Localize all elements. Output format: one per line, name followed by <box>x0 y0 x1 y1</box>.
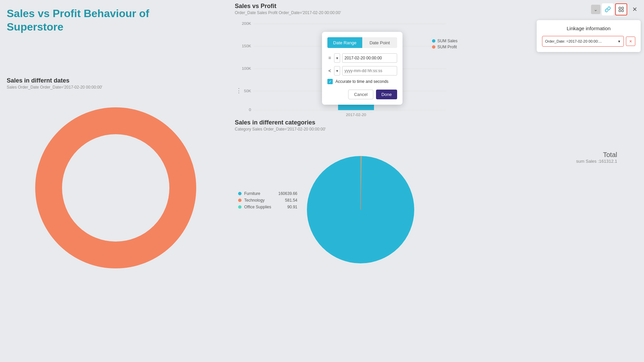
technology-label: Technology <box>244 198 265 203</box>
link-button[interactable] <box>602 3 614 15</box>
tab-date-range[interactable]: Date Range <box>327 37 362 48</box>
sum-profit-dot <box>432 45 435 49</box>
date-input-2[interactable] <box>342 66 397 75</box>
svg-text:100K: 100K <box>242 66 251 70</box>
svg-rect-0 <box>619 7 621 9</box>
office-label: Office Supplies <box>244 205 271 209</box>
modal-row-2: < ▼ <box>327 66 397 75</box>
svg-text:0: 0 <box>249 107 251 112</box>
linkage-panel: Linkage information Order_Date: =2017-02… <box>537 20 641 52</box>
legend-sum-profit: SUM Profit <box>432 45 458 49</box>
sales-vs-profit-title: Sales vs Profit <box>235 3 463 10</box>
total-box: Total sum Sales :161312.1 <box>576 151 617 164</box>
legend-sum-sales: SUM Sales <box>432 39 458 43</box>
main-title-line2: Superstore <box>7 20 149 34</box>
accurate-checkbox[interactable]: ✓ <box>327 79 333 84</box>
svg-text:200K: 200K <box>242 21 251 25</box>
donut-chart-container <box>7 104 225 272</box>
total-value: sum Sales :161312.1 <box>576 159 617 164</box>
dropdown-2[interactable]: ▼ <box>334 66 340 75</box>
office-value: 90.91 <box>274 205 298 209</box>
sales-dates-section: Sales in differnt dates Sales Order_Date… <box>7 77 235 90</box>
sales-dates-title: Sales in differnt dates <box>7 77 235 84</box>
sum-profit-label: SUM Profit <box>437 45 457 49</box>
main-title-line1: Sales vs Profit Behaviour of <box>7 7 149 20</box>
linkage-panel-title: Linkage information <box>542 25 635 31</box>
sales-categories-section: Sales in different categories Category S… <box>235 119 463 132</box>
linkage-filter-close-button[interactable]: × <box>626 37 635 46</box>
svg-text:50K: 50K <box>244 89 251 93</box>
filter-value-text: Order_Date: =2017-02-20 00:00:... <box>545 39 602 43</box>
svg-text:150K: 150K <box>242 44 251 48</box>
technology-value: 581.54 <box>274 198 298 203</box>
sum-sales-label: SUM Sales <box>437 39 458 43</box>
done-button[interactable]: Done <box>376 90 397 99</box>
cat-legend-office: Office Supplies 90.91 <box>238 205 298 209</box>
total-label: Total <box>576 151 617 159</box>
donut-chart-svg <box>35 107 196 268</box>
sales-dates-subtitle: Sales Order_Date Order_Date='2017-02-20 … <box>7 85 235 90</box>
checkbox-label: Accurate to time and seconds <box>335 79 388 84</box>
svg-rect-2 <box>619 10 621 12</box>
furniture-dot <box>238 192 241 195</box>
operator-1: = <box>327 55 332 61</box>
modal-row-1: = ▼ <box>327 53 397 63</box>
svg-text:2017-02-20: 2017-02-20 <box>346 112 366 117</box>
office-dot <box>238 205 241 209</box>
top-toolbar: ⌄ ✕ <box>591 3 641 15</box>
sum-sales-dot <box>432 39 435 43</box>
cancel-button[interactable]: Cancel <box>348 90 373 99</box>
filter-button[interactable] <box>615 3 627 15</box>
modal-checkbox-row: ✓ Accurate to time and seconds <box>327 79 397 84</box>
svg-point-17 <box>79 151 153 225</box>
operator-2: < <box>327 68 332 73</box>
svg-rect-3 <box>622 10 624 12</box>
tab-date-point[interactable]: Date Point <box>362 37 397 48</box>
pie-chart-svg <box>302 151 419 268</box>
chevron-icon[interactable]: ⌄ <box>591 5 600 14</box>
date-input-1[interactable] <box>342 53 397 63</box>
sales-vs-profit-section: Sales vs Profit Order_Date Sales Profit … <box>235 0 463 15</box>
modal-tabs: Date Range Date Point <box>327 37 397 48</box>
sales-vs-profit-subtitle: Order_Date Sales Profit Order_Date='2017… <box>235 10 463 15</box>
bar-chart-legend: SUM Sales SUM Profit <box>432 39 458 49</box>
furniture-label: Furniture <box>244 191 260 196</box>
modal-footer: Cancel Done <box>327 90 397 99</box>
linkage-filter-row: Order_Date: =2017-02-20 00:00:... ▼ × <box>542 36 635 47</box>
svg-rect-1 <box>622 7 624 9</box>
sales-categories-title: Sales in different categories <box>235 119 463 126</box>
more-options-icon[interactable]: ⋮ <box>235 87 243 95</box>
cat-legend-furniture: Furniture 160639.66 <box>238 191 298 196</box>
technology-dot <box>238 199 241 202</box>
close-button[interactable]: ✕ <box>629 3 641 15</box>
filter-chevron-icon: ▼ <box>618 40 621 43</box>
linkage-filter-select[interactable]: Order_Date: =2017-02-20 00:00:... ▼ <box>542 36 624 47</box>
cat-legend-technology: Technology 581.54 <box>238 198 298 203</box>
categories-legend: Furniture 160639.66 Technology 581.54 Of… <box>238 191 298 209</box>
date-range-modal: Date Range Date Point = ▼ < ▼ ✓ Accurate… <box>322 32 402 105</box>
furniture-value: 160639.66 <box>274 191 298 196</box>
dropdown-1[interactable]: ▼ <box>334 53 340 63</box>
main-title: Sales vs Profit Behaviour of Superstore <box>7 7 149 34</box>
sales-categories-subtitle: Category Sales Order_Date='2017-02-20 00… <box>235 127 463 132</box>
